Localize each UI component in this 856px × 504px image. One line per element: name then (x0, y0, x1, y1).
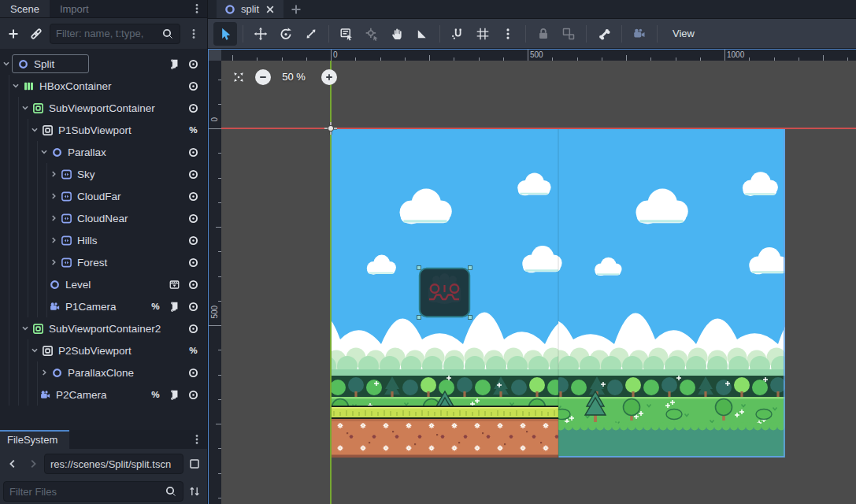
tree-options-menu-button[interactable] (184, 24, 203, 43)
script-icon[interactable] (166, 298, 182, 314)
chevron-right-icon[interactable] (47, 256, 59, 269)
indent-guide (9, 97, 19, 119)
visibility-toggle-icon[interactable] (185, 100, 201, 116)
script-icon[interactable] (166, 387, 182, 402)
chevron-down-icon[interactable] (19, 322, 31, 335)
history-back-button[interactable] (3, 454, 22, 473)
tree-node-p2subviewport[interactable]: P2SubViewport% (0, 339, 207, 361)
instance-scene-button[interactable] (27, 24, 46, 43)
filter-nodes-input[interactable]: Filter: name, t:type, (50, 24, 180, 44)
tree-node-parallaxclone[interactable]: ParallaxClone (0, 361, 207, 384)
tree-node-cloudnear[interactable]: CloudNear (0, 207, 207, 229)
filesystem-menu-button[interactable] (187, 430, 207, 449)
close-tab-icon[interactable] (264, 3, 276, 16)
visibility-toggle-icon[interactable] (185, 365, 201, 380)
chevron-right-icon[interactable] (47, 168, 59, 180)
hbox-container-icon (22, 80, 35, 92)
node-name-label: Split (34, 58, 54, 70)
visibility-toggle-icon[interactable] (185, 254, 201, 270)
visibility-toggle-icon[interactable] (185, 188, 201, 204)
node-name-label: Parallax (68, 146, 106, 158)
canvas-toolbar: View (208, 19, 856, 49)
visibility-toggle-icon[interactable] (185, 276, 201, 292)
node-rename-box[interactable]: Split (12, 54, 89, 73)
node-name-label: Forest (77, 257, 107, 269)
sort-files-button[interactable] (185, 482, 204, 501)
chevron-down-icon[interactable] (28, 344, 40, 357)
history-forward-button[interactable] (24, 454, 43, 473)
tree-node-subviewportcontainer2[interactable]: SubViewportContainer2 (0, 317, 207, 339)
chevron-down-icon[interactable] (38, 146, 50, 158)
camera-override-tool-button[interactable] (628, 22, 651, 46)
tree-node-forest[interactable]: Forest (0, 251, 207, 273)
zoom-in-button[interactable] (321, 69, 337, 85)
tree-node-hboxcontainer[interactable]: HBoxContainer (0, 75, 207, 97)
visibility-toggle-icon[interactable] (185, 232, 201, 248)
tree-node-level[interactable]: Level (0, 273, 207, 295)
chevron-right-icon[interactable] (38, 366, 50, 379)
svg-text:%: % (151, 301, 160, 311)
viewport-canvas[interactable]: 50 % (221, 61, 856, 504)
visibility-toggle-icon[interactable] (185, 56, 201, 72)
player-character[interactable] (417, 266, 472, 320)
vertical-ruler[interactable]: 0500 (209, 61, 221, 504)
ungroup-tool-button[interactable] (557, 22, 580, 46)
add-node-button[interactable] (4, 24, 23, 43)
indent-guide (38, 185, 47, 207)
tree-node-subviewportcontainer[interactable]: SubViewportContainer (0, 97, 207, 119)
zoom-out-button[interactable] (255, 69, 271, 85)
ruler-tool-button[interactable] (410, 22, 434, 46)
horizontal-ruler[interactable]: 05001000 (221, 50, 856, 61)
chevron-down-icon[interactable] (0, 57, 12, 70)
lock-tool-button[interactable] (532, 22, 555, 46)
smart-snap-button[interactable] (446, 22, 469, 46)
visibility-toggle-icon[interactable] (185, 387, 201, 402)
tree-node-sky[interactable]: Sky (0, 163, 207, 185)
center-view-icon[interactable] (232, 71, 245, 83)
select-tool-button[interactable] (213, 22, 237, 46)
tree-node-p1subviewport[interactable]: P1SubViewport% (0, 119, 207, 141)
tab-import[interactable]: Import (50, 0, 99, 17)
list-select-tool-button[interactable] (335, 22, 358, 46)
scale-tool-button[interactable] (299, 22, 323, 46)
visibility-toggle-icon[interactable] (185, 321, 201, 336)
visibility-toggle-icon[interactable] (185, 298, 201, 314)
chevron-right-icon[interactable] (47, 190, 59, 202)
current-path-field[interactable]: res://scenes/Split/split.tscn (44, 454, 183, 474)
tab-filesystem[interactable]: FileSystem (0, 430, 69, 449)
script-icon[interactable] (166, 56, 182, 72)
tree-node-hills[interactable]: Hills (0, 229, 207, 251)
visibility-toggle-icon[interactable] (185, 78, 201, 94)
chevron-down-icon[interactable] (28, 124, 40, 136)
node2d-icon (50, 366, 64, 379)
ruler-tick (232, 55, 233, 61)
rotate-tool-button[interactable] (274, 22, 298, 46)
zoom-level-label[interactable]: 50 % (272, 69, 316, 85)
pan-tool-button[interactable] (385, 22, 409, 46)
tree-node-split[interactable]: Split (0, 53, 207, 75)
tree-node-parallax[interactable]: Parallax (0, 141, 207, 163)
move-tool-button[interactable] (249, 22, 272, 46)
scene-tab-split[interactable]: split (217, 0, 283, 18)
chevron-down-icon[interactable] (19, 102, 31, 114)
chevron-right-icon[interactable] (47, 212, 59, 224)
tree-node-cloudfar[interactable]: CloudFar (0, 185, 207, 207)
chevron-down-icon[interactable] (9, 80, 21, 92)
tree-node-p1camera[interactable]: P1Camera% (0, 295, 207, 317)
new-scene-tab-button[interactable] (283, 0, 309, 18)
visibility-toggle-icon[interactable] (185, 166, 201, 182)
origin-gizmo[interactable] (324, 121, 338, 135)
pivot-tool-button[interactable] (360, 22, 384, 46)
tab-scene[interactable]: Scene (0, 0, 50, 17)
scene-dock-menu-button[interactable] (187, 0, 207, 17)
view-menu-button[interactable]: View (663, 22, 704, 46)
tree-node-p2camera[interactable]: P2Camera% (0, 384, 207, 406)
skeleton-bone-tool-button[interactable] (592, 22, 616, 46)
toggle-split-mode-button[interactable] (185, 454, 204, 473)
grid-snap-button[interactable] (471, 22, 495, 46)
snap-options-menu-button[interactable] (496, 22, 520, 46)
filter-files-input[interactable]: Filter Files (3, 481, 183, 502)
visibility-toggle-icon[interactable] (185, 144, 201, 160)
visibility-toggle-icon[interactable] (185, 210, 201, 226)
chevron-right-icon[interactable] (47, 234, 59, 246)
